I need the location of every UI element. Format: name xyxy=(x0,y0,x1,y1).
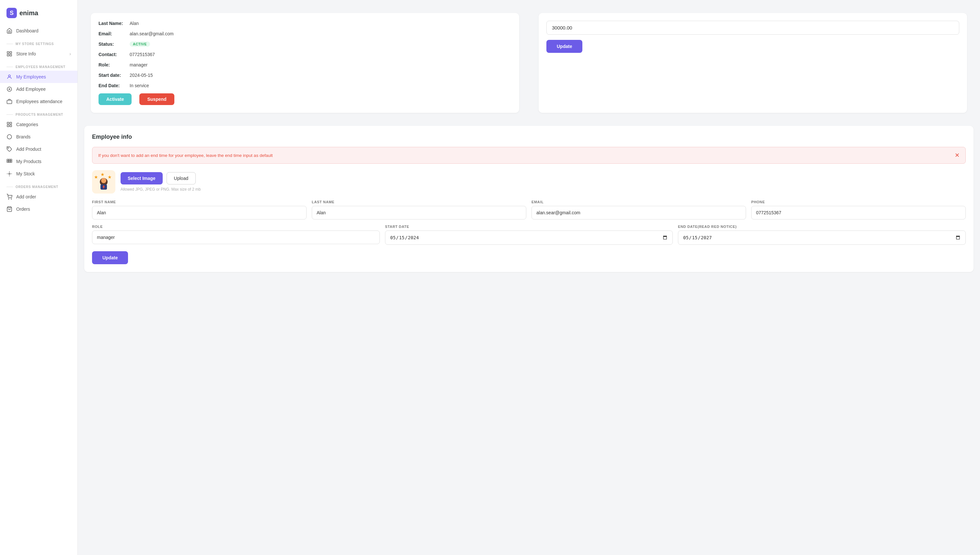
email-label: Email: xyxy=(99,31,128,36)
first-name-label: FIRST NAME xyxy=(92,200,307,204)
image-section: ★ ★ ★ Select Image Upload Allowed xyxy=(92,170,966,194)
grid-icon xyxy=(6,122,12,127)
last-name-input[interactable] xyxy=(312,206,526,220)
email-label: EMAIL xyxy=(532,200,746,204)
employee-info-card: Last Name: Alan Email: alan.sear@gmail.c… xyxy=(91,13,519,113)
role-label: ROLE xyxy=(92,225,380,229)
chevron-right-icon: › xyxy=(69,51,71,56)
last-name-label: LAST NAME xyxy=(312,200,526,204)
section-label-store: MY STORE SETTINGS xyxy=(0,37,77,48)
sidebar-item-add-employee[interactable]: Add Employee xyxy=(0,83,77,95)
form-section-title: Employee info xyxy=(92,133,966,140)
employee-avatar: ★ ★ ★ xyxy=(92,170,115,194)
role-value: manager xyxy=(130,62,147,67)
role-row: Role: manager xyxy=(99,62,511,67)
employee-form-card: Employee info If you don't want to add a… xyxy=(84,126,974,272)
products-icon xyxy=(6,159,12,164)
sidebar-item-label: Add order xyxy=(16,194,36,199)
sidebar-item-label: Employees attendance xyxy=(16,99,62,104)
role-group: ROLE xyxy=(92,225,380,245)
sidebar-item-orders[interactable]: Orders xyxy=(0,203,77,215)
add-circle-icon xyxy=(6,86,12,92)
cart-icon xyxy=(6,194,12,200)
top-grid: Last Name: Alan Email: alan.sear@gmail.c… xyxy=(84,6,974,119)
end-date-row: End Date: In service xyxy=(99,83,511,88)
svg-rect-11 xyxy=(10,125,12,127)
stock-icon xyxy=(6,171,12,177)
activate-button[interactable]: Activate xyxy=(99,93,131,105)
form-row-2: ROLE START DATE END DATE(READ RED NOTICE… xyxy=(92,225,966,245)
svg-rect-16 xyxy=(9,159,10,161)
action-buttons: Activate Suspend xyxy=(99,93,511,105)
sidebar-item-my-products[interactable]: My Products xyxy=(0,155,77,168)
last-name-label: Last Name: xyxy=(99,21,128,26)
sidebar-item-label: My Employees xyxy=(16,74,46,79)
section-label-products: PRODUCTS MANAGEMENT xyxy=(0,107,77,118)
status-label: Status: xyxy=(99,42,128,47)
svg-point-14 xyxy=(8,148,8,148)
svg-rect-9 xyxy=(7,122,9,124)
email-input[interactable] xyxy=(532,206,746,220)
svg-rect-10 xyxy=(10,122,12,124)
email-value: alan.sear@gmail.com xyxy=(130,31,174,36)
salary-update-button[interactable]: Update xyxy=(546,40,582,53)
phone-label: PHONE xyxy=(751,200,966,204)
sidebar-item-dashboard[interactable]: Dashboard xyxy=(0,25,77,37)
sidebar-item-label: Brands xyxy=(16,134,30,140)
orders-icon xyxy=(6,206,12,212)
tag-icon xyxy=(6,146,12,152)
first-name-input[interactable] xyxy=(92,206,307,220)
logo-icon: S xyxy=(6,8,17,18)
suspend-button[interactable]: Suspend xyxy=(139,93,174,105)
sidebar-item-categories[interactable]: Categories xyxy=(0,118,77,131)
svg-rect-8 xyxy=(7,100,12,104)
start-date-value: 2024-05-15 xyxy=(130,73,153,78)
start-date-label: START DATE xyxy=(385,225,673,229)
phone-input[interactable] xyxy=(751,206,966,220)
upload-button[interactable]: Upload xyxy=(167,172,196,184)
sidebar-item-employees-attendance[interactable]: Employees attendance xyxy=(0,95,77,107)
form-update-button[interactable]: Update xyxy=(92,251,128,264)
select-image-button[interactable]: Select Image xyxy=(120,172,163,184)
sidebar-item-store-info[interactable]: Store Info › xyxy=(0,48,77,60)
end-date-group: END DATE(READ RED NOTICE) xyxy=(678,225,966,245)
svg-rect-20 xyxy=(10,161,12,163)
sidebar-item-my-stock[interactable]: My Stock xyxy=(0,168,77,180)
start-date-group: START DATE xyxy=(385,225,673,245)
sidebar-item-label: Categories xyxy=(16,122,38,127)
salary-input[interactable] xyxy=(546,21,959,35)
role-input[interactable] xyxy=(92,231,380,244)
svg-point-4 xyxy=(8,75,10,77)
briefcase-icon xyxy=(6,99,12,104)
svg-text:★: ★ xyxy=(94,175,98,180)
svg-rect-15 xyxy=(7,159,9,161)
sidebar-item-label: My Stock xyxy=(16,171,35,176)
sidebar: S enima Dashboard MY STORE SETTINGS Stor… xyxy=(0,0,78,555)
status-row: Status: ACTIVE xyxy=(99,42,511,47)
sidebar-item-label: Add Product xyxy=(16,146,41,152)
svg-point-22 xyxy=(8,199,9,199)
sidebar-item-add-order[interactable]: Add order xyxy=(0,191,77,203)
sidebar-item-label: Dashboard xyxy=(16,28,38,34)
section-label-employees: EMPLOYEES MANAGEMENT xyxy=(0,60,77,71)
alert-close-button[interactable]: ✕ xyxy=(955,152,959,159)
sidebar-item-my-employees[interactable]: My Employees xyxy=(0,71,77,83)
logo: S enima xyxy=(0,0,77,25)
svg-rect-17 xyxy=(10,159,12,161)
sidebar-item-label: Store Info xyxy=(16,51,36,56)
svg-rect-0 xyxy=(7,51,9,53)
sidebar-item-label: Orders xyxy=(16,207,30,212)
circle-icon xyxy=(6,134,12,140)
end-date-input[interactable] xyxy=(678,231,966,245)
start-date-input[interactable] xyxy=(385,231,673,245)
svg-text:★: ★ xyxy=(107,175,112,180)
email-row: Email: alan.sear@gmail.com xyxy=(99,31,511,36)
sidebar-item-add-product[interactable]: Add Product xyxy=(0,143,77,155)
contact-value: 0772515367 xyxy=(130,52,155,57)
svg-text:★: ★ xyxy=(101,172,105,177)
svg-point-13 xyxy=(7,135,12,139)
sidebar-item-brands[interactable]: Brands xyxy=(0,131,77,143)
last-name-group: LAST NAME xyxy=(312,200,526,220)
phone-group: PHONE xyxy=(751,200,966,220)
person-icon xyxy=(6,74,12,80)
